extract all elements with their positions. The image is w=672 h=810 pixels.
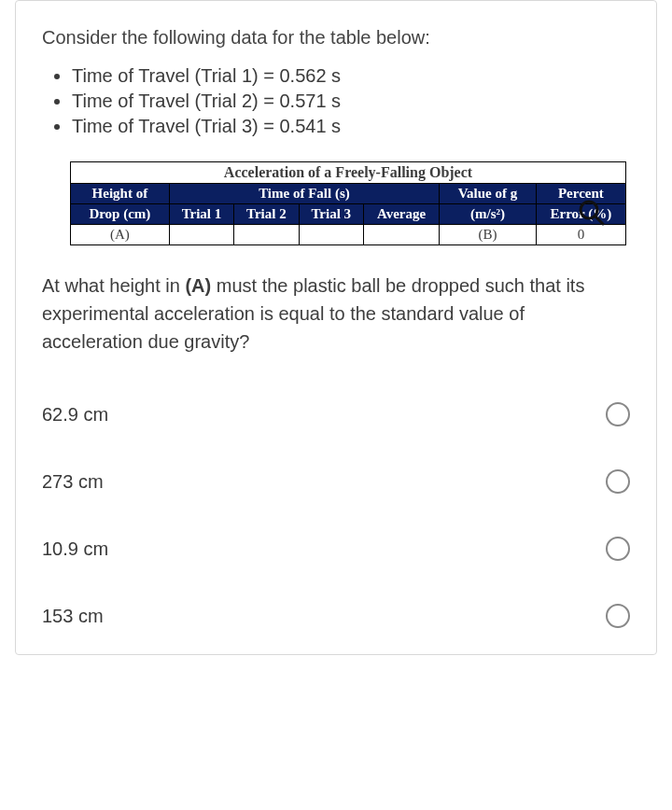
cell-b: (B) bbox=[440, 225, 537, 245]
list-item: Time of Travel (Trial 2) = 0.571 s bbox=[72, 91, 630, 112]
list-item: Time of Travel (Trial 1) = 0.562 s bbox=[72, 65, 630, 87]
given-data-list: Time of Travel (Trial 1) = 0.562 s Time … bbox=[53, 65, 630, 137]
data-table: Acceleration of a Freely-Falling Object … bbox=[70, 161, 626, 245]
option-label: 153 cm bbox=[42, 606, 104, 627]
th-trial2: Trial 2 bbox=[234, 204, 299, 225]
table-container: Acceleration of a Freely-Falling Object … bbox=[70, 161, 626, 245]
option-row[interactable]: 62.9 cm bbox=[42, 402, 630, 426]
th-height-l2: Drop (cm) bbox=[71, 204, 170, 225]
cell-avg bbox=[364, 225, 440, 245]
th-value-l1-text: Value of g bbox=[458, 186, 518, 201]
th-trial3: Trial 3 bbox=[299, 204, 363, 225]
th-average: Average bbox=[364, 204, 440, 225]
radio-button[interactable] bbox=[606, 469, 630, 494]
th-trial1: Trial 1 bbox=[169, 204, 233, 225]
radio-button[interactable] bbox=[606, 604, 630, 628]
th-value-l2: (m/s²) bbox=[440, 204, 537, 225]
table-caption: Acceleration of a Freely-Falling Object bbox=[71, 162, 626, 184]
th-time-group: Time of Fall (s) bbox=[169, 184, 439, 204]
radio-button[interactable] bbox=[606, 402, 630, 426]
radio-button[interactable] bbox=[606, 537, 630, 561]
option-row[interactable]: 273 cm bbox=[42, 469, 630, 494]
cell-t2 bbox=[234, 225, 299, 245]
cell-t3 bbox=[299, 225, 363, 245]
option-label: 273 cm bbox=[42, 471, 104, 493]
question-text: At what height in (A) must the plastic b… bbox=[42, 272, 630, 356]
intro-text: Consider the following data for the tabl… bbox=[42, 27, 630, 49]
cell-err: 0 bbox=[536, 225, 625, 245]
option-label: 10.9 cm bbox=[42, 538, 108, 560]
cell-a: (A) bbox=[71, 225, 170, 245]
th-height-l1: Height of bbox=[71, 184, 170, 204]
th-value-l1: Value of g bbox=[440, 184, 537, 204]
option-row[interactable]: 153 cm bbox=[42, 604, 630, 628]
question-card: Consider the following data for the tabl… bbox=[15, 0, 657, 655]
th-percent-l1: Percent bbox=[536, 184, 625, 204]
th-percent-l2: Error (%) bbox=[536, 204, 625, 225]
option-row[interactable]: 10.9 cm bbox=[42, 537, 630, 561]
list-item: Time of Travel (Trial 3) = 0.541 s bbox=[72, 116, 630, 137]
option-label: 62.9 cm bbox=[42, 404, 108, 426]
cell-t1 bbox=[169, 225, 233, 245]
